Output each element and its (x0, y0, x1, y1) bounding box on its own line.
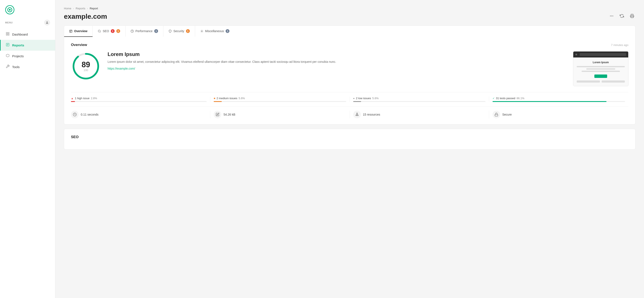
dashboard-icon (6, 32, 10, 37)
svg-point-13 (611, 15, 612, 16)
thumbnail-button (594, 74, 607, 78)
high-issue-fill (71, 101, 75, 102)
low-issue-pct: 5.6% (372, 97, 379, 100)
logo (0, 0, 55, 18)
refresh-button[interactable] (618, 12, 625, 20)
passed-label: 31 tests passed (496, 97, 515, 100)
overview-main: 89 100 Lorem Ipsum Lorem ipsum dolor sit… (71, 51, 628, 86)
overview-header: Overview 7 minutes ago (71, 43, 628, 47)
medium-issue-icon: ■ (214, 97, 215, 100)
issue-passed: ✓ 31 tests passed 86.1% (489, 97, 628, 102)
low-issue-track (353, 101, 486, 102)
logo-icon (5, 5, 14, 14)
breadcrumb: Home › Reports › Report (64, 7, 636, 10)
tab-overview[interactable]: Overview (64, 26, 93, 37)
svg-point-2 (9, 9, 11, 11)
svg-point-19 (98, 30, 100, 32)
site-description: Lorem ipsum dolor sit amet, consectetur … (108, 59, 566, 64)
svg-rect-5 (8, 32, 9, 33)
sidebar-item-dashboard[interactable]: Dashboard (0, 29, 55, 40)
low-issue-label: 2 low issues (356, 97, 371, 100)
site-info: Lorem Ipsum Lorem ipsum dolor sit amet, … (108, 51, 566, 70)
size-label: 54.26 kB (224, 113, 235, 116)
medium-issue-pct: 5.6% (238, 97, 245, 100)
thumb-footer-1 (577, 80, 600, 83)
secure-icon (492, 111, 500, 118)
issue-high: ▲ 1 high issue 2.8% (71, 97, 210, 102)
high-issue-pct: 2.8% (91, 97, 97, 100)
score-value: 89 (82, 61, 90, 68)
more-options-button[interactable] (608, 12, 615, 20)
resources-icon (353, 111, 361, 118)
sidebar-item-tools[interactable]: Tools (0, 61, 55, 72)
high-issue-track (71, 101, 207, 102)
tab-security[interactable]: Security 1 (164, 26, 195, 37)
tab-seo-badge-orange: 1 (116, 29, 120, 33)
tab-misc-badge: 1 (226, 29, 230, 33)
svg-point-25 (356, 113, 358, 114)
speed-label: 0.11 seconds (81, 113, 98, 116)
low-issue-fill (353, 101, 361, 102)
thumb-dot-1 (576, 54, 577, 55)
thumb-line-2 (586, 68, 615, 70)
tab-performance-badge: 1 (154, 29, 158, 33)
svg-rect-4 (6, 32, 7, 33)
thumbnail-footer (577, 80, 625, 83)
tab-performance[interactable]: Performance 1 (126, 26, 164, 37)
overview-timestamp: 7 minutes ago (611, 43, 628, 47)
svg-rect-31 (495, 114, 498, 116)
passed-track (492, 101, 625, 102)
site-url-link[interactable]: https://example.com/ (108, 67, 135, 70)
score-circle: 89 100 (71, 51, 101, 81)
low-issue-icon: ● (353, 97, 355, 100)
svg-line-20 (100, 32, 101, 32)
tab-seo-badge-red: 1 (111, 29, 114, 33)
stat-secure: Secure (489, 111, 628, 118)
tab-miscellaneous[interactable]: Miscellaneous 1 (195, 26, 235, 37)
projects-icon (6, 54, 10, 58)
svg-point-28 (357, 115, 358, 116)
svg-point-21 (201, 31, 202, 31)
high-issue-label: 1 high issue (75, 97, 90, 100)
sidebar: MENU Dashboard Reports Projects (0, 0, 56, 298)
breadcrumb-home[interactable]: Home (64, 7, 71, 10)
svg-rect-16 (70, 30, 72, 32)
issue-medium: ■ 2 medium issues 5.6% (210, 97, 350, 102)
passed-icon: ✓ (492, 97, 495, 100)
issues-row: ▲ 1 high issue 2.8% ■ 2 medium issues 5.… (71, 92, 628, 102)
user-avatar-icon[interactable] (44, 19, 50, 25)
reports-icon (6, 43, 10, 48)
main-content: Home › Reports › Report example.com (56, 0, 644, 298)
svg-point-12 (610, 15, 611, 16)
breadcrumb-current: Report (90, 7, 98, 10)
thumb-line-3 (582, 71, 620, 72)
breadcrumb-sep-1: › (73, 7, 74, 10)
size-icon (214, 111, 221, 118)
projects-label: Projects (12, 54, 24, 58)
thumbnail-url-bar (580, 53, 626, 56)
medium-issue-track (214, 101, 346, 102)
print-button[interactable] (629, 12, 636, 20)
stat-resources: 15 resources (350, 111, 489, 118)
speed-icon (71, 111, 78, 118)
high-issue-icon: ▲ (71, 97, 74, 100)
site-thumbnail: Lorem Ipsum (573, 51, 628, 86)
breadcrumb-reports[interactable]: Reports (76, 7, 86, 10)
thumbnail-heading: Lorem Ipsum (577, 61, 625, 64)
stats-row: 0.11 seconds 54.26 kB 15 resources (71, 106, 628, 118)
svg-rect-7 (8, 34, 9, 35)
tools-icon (6, 64, 10, 69)
menu-label: MENU (0, 18, 55, 27)
tab-performance-label: Performance (136, 29, 152, 33)
stat-speed: 0.11 seconds (71, 111, 210, 118)
medium-issue-label: 2 medium issues (217, 97, 238, 100)
header-actions (608, 12, 636, 20)
sidebar-item-reports[interactable]: Reports (0, 40, 55, 51)
breadcrumb-sep-2: › (87, 7, 88, 10)
sidebar-item-projects[interactable]: Projects (0, 51, 55, 61)
overview-card: Overview 7 minutes ago 89 100 (64, 37, 636, 125)
svg-rect-15 (631, 16, 633, 18)
tab-misc-label: Miscellaneous (205, 29, 224, 33)
tab-seo[interactable]: SEO 1 1 (93, 26, 126, 37)
svg-line-29 (356, 115, 357, 115)
